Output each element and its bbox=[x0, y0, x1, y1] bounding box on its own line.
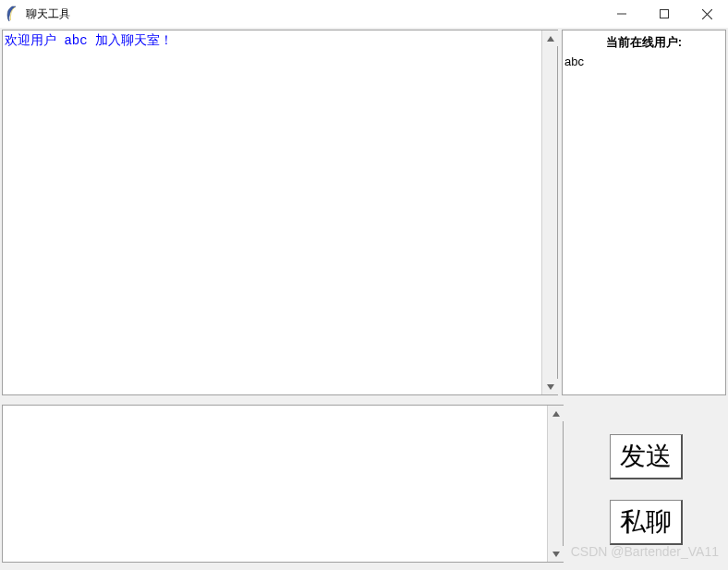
window-title: 聊天工具 bbox=[26, 6, 70, 22]
private-chat-button[interactable]: 私聊 bbox=[610, 500, 683, 545]
svg-rect-1 bbox=[661, 10, 669, 18]
minimize-button[interactable] bbox=[601, 0, 643, 28]
app-icon bbox=[6, 6, 20, 22]
user-list-item[interactable]: abc bbox=[564, 55, 723, 68]
input-panel[interactable] bbox=[2, 405, 564, 563]
scroll-down-icon[interactable] bbox=[542, 379, 558, 394]
user-list: abc bbox=[564, 55, 723, 68]
input-scrollbar[interactable] bbox=[547, 406, 563, 562]
top-row: 欢迎用户 abc 加入聊天室！ 当前在线用户: abc bbox=[0, 28, 728, 397]
scroll-down-icon[interactable] bbox=[548, 546, 564, 562]
body-area: 欢迎用户 abc 加入聊天室！ 当前在线用户: abc bbox=[0, 28, 728, 570]
message-input[interactable] bbox=[5, 407, 546, 560]
scroll-up-icon[interactable] bbox=[542, 30, 558, 46]
button-panel: 发送 私聊 bbox=[564, 397, 728, 570]
send-button[interactable]: 发送 bbox=[610, 434, 683, 479]
window-controls bbox=[601, 0, 728, 28]
titlebar[interactable]: 聊天工具 bbox=[0, 0, 728, 28]
scroll-up-icon[interactable] bbox=[548, 406, 564, 421]
chat-scrollbar[interactable] bbox=[541, 30, 557, 394]
close-button[interactable] bbox=[686, 0, 728, 28]
chat-panel: 欢迎用户 abc 加入聊天室！ bbox=[2, 30, 558, 395]
chat-message: 欢迎用户 abc 加入聊天室！ bbox=[5, 32, 540, 393]
maximize-button[interactable] bbox=[643, 0, 686, 28]
user-panel: 当前在线用户: abc bbox=[562, 30, 726, 395]
bottom-row: 发送 私聊 bbox=[0, 397, 728, 570]
user-list-header: 当前在线用户: bbox=[564, 34, 723, 51]
app-window: 聊天工具 欢迎用户 abc 加入聊天室！ bbox=[0, 0, 728, 570]
